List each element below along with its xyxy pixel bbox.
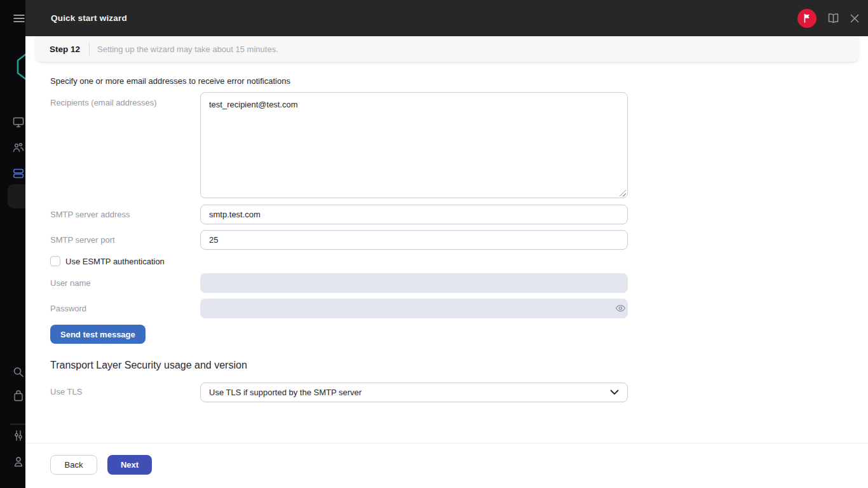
user-name-input [200,273,628,293]
use-tls-select[interactable]: Use TLS if supported by the SMTP server [200,383,628,402]
flag-icon[interactable] [797,9,817,28]
footer-divider [25,443,868,444]
password-label: Password [50,304,86,313]
sliders-icon[interactable] [13,430,24,441]
back-button[interactable]: Back [50,455,97,475]
sidebar-divider [10,424,25,424]
bag-icon[interactable] [13,390,24,402]
close-icon[interactable] [850,14,859,23]
smtp-port-input[interactable] [200,230,628,250]
smtp-address-label: SMTP server address [50,210,130,219]
esmtp-checkbox[interactable] [50,256,60,266]
user-name-label: User name [50,278,91,288]
password-input [200,299,628,318]
person-icon[interactable] [13,456,24,467]
step-label: Step 12 [50,44,80,54]
step-note: Setting up the wizard may take about 15 … [97,44,278,54]
use-tls-selected-option: Use TLS if supported by the SMTP server [209,388,610,397]
dialog-title: Quick start wizard [51,13,127,23]
eye-icon[interactable] [615,304,626,315]
esmtp-checkbox-row[interactable]: Use ESMTP authentication [50,256,165,266]
use-tls-label: Use TLS [50,387,82,396]
smtp-address-input[interactable] [200,205,628,224]
esmtp-checkbox-label: Use ESMTP authentication [65,257,165,266]
servers-icon[interactable] [13,168,24,179]
logo-hexagon [17,53,25,83]
search-icon[interactable] [13,367,24,377]
send-test-message-button[interactable]: Send test message [50,325,146,344]
sidebar-active-highlight [8,184,25,208]
tls-section-heading: Transport Layer Security usage and versi… [50,360,247,371]
app-sidebar [0,0,25,488]
dialog-header: Quick start wizard [25,0,868,36]
recipients-field-wrap: test_recipient@test.com [200,92,628,198]
monitor-icon[interactable] [13,117,24,128]
users-icon[interactable] [13,142,24,153]
form-intro-text: Specify one or more email addresses to r… [50,76,290,86]
recipients-label: Recipients (email addresses) [50,98,157,107]
quick-start-wizard-dialog: Quick start wizard Step 12 Setting up th… [25,0,868,488]
book-icon[interactable] [828,13,839,23]
next-button[interactable]: Next [107,455,152,475]
smtp-port-label: SMTP server port [50,235,115,245]
step-bar: Step 12 Setting up the wizard may take a… [36,36,858,62]
menu-icon[interactable] [13,14,25,23]
step-separator [89,43,90,55]
chevron-down-icon [610,390,619,395]
recipients-textarea[interactable]: test_recipient@test.com [200,92,628,198]
